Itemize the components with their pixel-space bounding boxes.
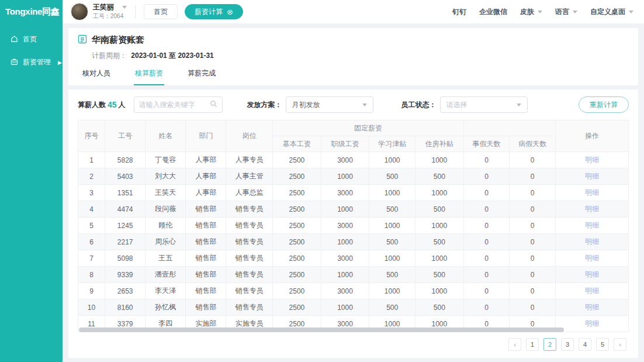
table-cell: 500 [416,201,464,218]
table-cell: 5403 [105,168,146,185]
table-cell: 5828 [105,152,146,168]
user-employee-no: 工号：2064 [93,13,123,19]
pagination-page-5[interactable]: 5 [596,338,609,351]
table-cell: 1000 [321,234,369,250]
divider [135,5,136,18]
table-cell: 2500 [273,201,321,218]
table-cell: 9339 [105,267,146,283]
table-cell: 1000 [416,283,464,299]
sidebar-item-label: 薪资管理 [23,57,51,67]
tab-chip-salary-calc[interactable]: 薪资计算 ⊗ [185,4,243,19]
table-cell: 3000 [321,250,369,267]
menu-item-custom-desktop[interactable]: 自定义桌面 [590,7,633,17]
pagination-page-4[interactable]: 4 [579,338,591,351]
title-row: 华南薪资账套 [78,35,629,46]
plan-select-value: 月初发放 [292,100,320,110]
count-unit: 人 [119,100,126,110]
table-cell: 500 [369,299,416,316]
col-header: 基本工资 [273,136,321,152]
table-row: 51245顾伦销售部销售专员250030001000100000明细 [78,218,629,234]
chevron-down-icon [538,11,542,13]
table-cell: 3 [78,185,105,201]
col-header: 职级工资 [321,136,369,152]
tab-check-staff[interactable]: 核对人员 [81,68,112,85]
table-cell: 潘壹彤 [146,267,186,283]
col-header: 工号 [105,120,146,152]
table-cell: 1000 [321,267,369,283]
user-info[interactable]: 王笑丽 工号：2064 [93,3,127,20]
table-cell: 500 [416,267,464,283]
tab-chip-home[interactable]: 首页 [144,4,178,19]
table-row: 75098王五销售部销售专员250030001000100000明细 [78,250,629,267]
menu-item-dingtalk[interactable]: 钉钉 [452,7,466,17]
table-cell: 1000 [369,152,416,168]
table-row: 89339潘壹彤销售部销售专员2500100050050000明细 [78,267,629,283]
page-title: 华南薪资账套 [92,35,144,46]
detail-link[interactable]: 明细 [585,156,599,164]
table-row: 92653李天泽销售部销售专员250030001000100000明细 [78,283,629,299]
user-avatar[interactable] [71,3,88,20]
table-cell: 王笑天 [146,185,186,201]
table-cell: 周乐心 [146,234,186,250]
table-cell: 2500 [273,234,321,250]
menu-item-wecom[interactable]: 企业微信 [479,7,507,17]
detail-link[interactable]: 明细 [585,205,599,213]
table-cell-action: 明细 [556,168,629,185]
detail-link[interactable]: 明细 [585,221,599,229]
submenu-arrow-icon: ▶ [58,60,62,65]
table-cell: 500 [416,168,464,185]
table-cell: 0 [510,185,556,201]
detail-link[interactable]: 明细 [585,237,599,246]
table-body: 15828丁曼容人事部人事专员250030001000100000明细25403… [78,152,629,332]
tab-calc-salary[interactable]: 核算薪资 [134,68,164,85]
detail-link[interactable]: 明细 [585,270,599,278]
table-cell: 3000 [321,218,369,234]
status-label: 员工状态： [401,100,437,110]
table-cell: 人事部 [186,185,226,201]
detail-link[interactable]: 明细 [585,254,599,262]
table-cell: 1000 [416,185,464,201]
table-cell: 王五 [146,250,186,267]
detail-link[interactable]: 明细 [585,287,599,295]
col-header: 病假天数 [510,136,556,152]
table-cell: 1000 [369,283,416,299]
pagination-page-1[interactable]: 1 [526,338,539,351]
pagination-prev-button[interactable]: ‹ [508,338,521,351]
table-cell: 销售专员 [226,201,273,218]
sidebar-item-payroll[interactable]: 薪资管理 ▶ [0,51,63,74]
col-header-empty [463,120,555,136]
table-cell: 销售专员 [226,299,273,316]
sidebar-item-home[interactable]: 首页 [0,28,63,51]
pagination-page-3[interactable]: 3 [561,338,574,351]
recalculate-button[interactable]: 重新计算 [579,96,629,113]
horizontal-scrollbar [78,327,629,332]
table-cell-action: 明细 [556,267,629,283]
tab-calc-done[interactable]: 算薪完成 [186,68,217,85]
table-cell: 2500 [273,267,321,283]
menu-item-language[interactable]: 语言 [555,7,577,17]
search-box [134,96,223,113]
table-cell: 2 [78,168,105,185]
close-icon[interactable]: ⊗ [227,8,233,16]
menu-item-skin[interactable]: 皮肤 [520,7,542,17]
table-cell: 2500 [273,168,321,185]
detail-link[interactable]: 明细 [585,172,599,180]
pay-period: 计薪周期： 2023-01-01 至 2023-01-31 [92,51,629,61]
count-value: 45 [108,100,117,109]
plan-select[interactable]: 月初发放 [286,96,373,113]
status-select[interactable]: 请选择 [440,96,528,113]
pagination-next-button[interactable]: › [614,338,626,351]
detail-link[interactable]: 明细 [585,319,599,327]
pagination-page-2[interactable]: 2 [543,338,556,351]
scrollbar-thumb[interactable] [79,327,564,332]
col-header: 部门 [186,120,226,152]
detail-link[interactable]: 明细 [585,188,599,196]
table-cell-action: 明细 [556,185,629,201]
table-row: 44474段问薇销售部销售专员2500100050050000明细 [78,201,629,218]
col-header: 事假天数 [463,136,510,152]
detail-link[interactable]: 明细 [585,303,599,311]
table-cell: 销售专员 [226,283,273,299]
search-input[interactable] [139,101,210,109]
table-cell: 3000 [321,152,369,168]
main-area: 王笑丽 工号：2064 首页 薪资计算 ⊗ 钉钉 企业微信 [63,0,644,362]
